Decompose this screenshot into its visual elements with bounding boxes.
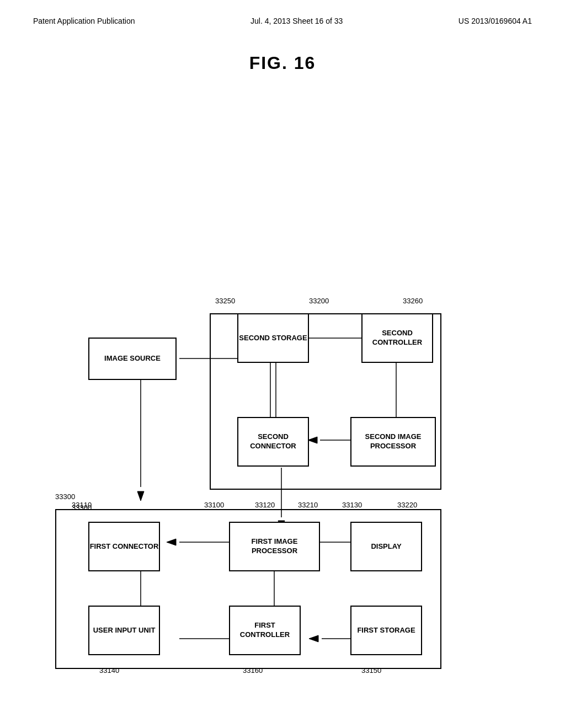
ref-33210: 33210 xyxy=(298,501,318,509)
second-storage-box: SECOND STORAGE xyxy=(237,313,309,363)
first-storage-box: FIRST STORAGE xyxy=(350,606,422,655)
user-input-unit-box: USER INPUT UNIT xyxy=(88,606,160,655)
image-source-box: IMAGE SOURCE xyxy=(88,338,177,380)
diagram-area: IMAGE SOURCE SECOND STORAGE SECOND CONTR… xyxy=(0,84,565,663)
second-connector-box: SECOND CONNECTOR xyxy=(237,417,309,467)
ref-33150: 33150 xyxy=(361,666,381,675)
page-header: Patent Application Publication Jul. 4, 2… xyxy=(0,0,565,25)
ref-33250: 33250 xyxy=(215,297,235,305)
display-box: DISPLAY xyxy=(350,522,422,571)
ref-33220: 33220 xyxy=(397,501,417,509)
first-connector-box: FIRST CONNECTOR xyxy=(88,522,160,571)
second-controller-box: SECOND CONTROLLER xyxy=(361,313,433,363)
ref-33260: 33260 xyxy=(403,297,423,305)
first-image-processor-box: FIRST IMAGE PROCESSOR xyxy=(229,522,320,571)
header-right: US 2013/0169604 A1 xyxy=(459,17,532,25)
ref-33100: 33100 xyxy=(204,501,224,509)
second-image-processor-box: SECOND IMAGE PROCESSOR xyxy=(350,417,436,467)
header-middle: Jul. 4, 2013 Sheet 16 of 33 xyxy=(250,17,343,25)
ref-33110: 33110 xyxy=(72,501,92,509)
ref-33120: 33120 xyxy=(255,501,275,509)
ref-33130: 33130 xyxy=(342,501,362,509)
first-controller-box: FIRST CONTROLLER xyxy=(229,606,301,655)
header-left: Patent Application Publication xyxy=(33,17,135,25)
ref-33160: 33160 xyxy=(243,666,263,675)
svg-marker-1 xyxy=(137,491,144,501)
figure-title: FIG. 16 xyxy=(0,53,565,73)
ref-33140: 33140 xyxy=(99,666,119,675)
ref-33200: 33200 xyxy=(309,297,329,305)
ref-33300-label: 33300 xyxy=(55,493,75,501)
